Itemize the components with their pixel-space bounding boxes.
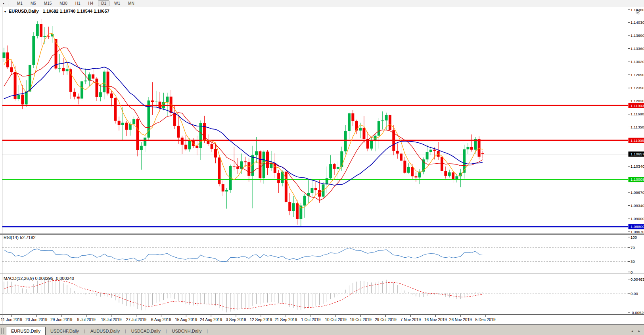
candle-body: [340, 151, 343, 167]
tabbar-grip: [1, 328, 4, 334]
date-label: 24 Aug 2019: [200, 318, 222, 322]
candle-body: [233, 166, 236, 167]
price-tick-label: 1.14360: [631, 8, 644, 12]
price-axis[interactable]: 1.143601.140301.136901.133601.130201.126…: [628, 7, 644, 314]
candle-body: [478, 139, 481, 157]
rsi-line: [4, 248, 483, 262]
macd-scale-label: 0.00: [631, 291, 638, 296]
candle-body: [184, 145, 187, 149]
candle-body: [292, 203, 295, 211]
candle-body: [400, 153, 402, 161]
candle-body: [444, 171, 447, 176]
date-label: 16 Nov 2019: [424, 318, 447, 322]
candle-body: [218, 157, 220, 184]
candle-body: [140, 146, 143, 150]
date-label: 6 Aug 2019: [151, 318, 171, 322]
candle-body: [196, 146, 198, 148]
candle-body: [303, 196, 306, 206]
ma-fast-line: [4, 34, 483, 209]
tab-usdcad[interactable]: USDCAD,Daily: [126, 327, 165, 335]
candle-body: [107, 72, 109, 94]
candle-body: [348, 113, 351, 131]
ma-medium-line: [4, 48, 483, 201]
tab-scroll-left-button[interactable]: ◄: [631, 329, 634, 333]
candle-body: [236, 167, 239, 169]
candle-body: [181, 138, 184, 145]
time-axis[interactable]: 11 Jun 201920 Jun 201929 Jun 20199 Jul 2…: [1, 315, 496, 322]
candle-body: [66, 69, 69, 71]
candle-body: [414, 176, 417, 178]
candle-body: [25, 92, 28, 105]
candle-body: [448, 172, 451, 176]
candle-body: [441, 157, 443, 171]
candle-body: [467, 147, 470, 149]
candle-body: [411, 167, 414, 176]
price-tick-label: 1.09000: [631, 216, 644, 221]
main-chart-panel[interactable]: [2, 19, 628, 227]
candle-body: [314, 188, 317, 190]
candle-body: [429, 150, 432, 152]
rsi-panel[interactable]: 10070300: [2, 235, 637, 274]
candle-body: [481, 153, 484, 154]
candle-body: [470, 147, 473, 150]
candle-body: [381, 121, 384, 121]
candle-body: [151, 101, 154, 102]
macd-header: MACD(12,26,9) 0.000295 -0.000240: [4, 276, 74, 281]
price-tick-label: 1.13690: [631, 33, 644, 38]
candle-body: [370, 141, 373, 149]
tab-usdchf[interactable]: USDCHF,Daily: [46, 327, 84, 335]
chart-title-ohlc: 1.10682 1.10740 1.10544 1.10657: [43, 9, 109, 13]
candle-body: [351, 113, 354, 121]
candle-body: [333, 164, 336, 169]
candle-body: [114, 98, 117, 121]
candle-body: [96, 78, 98, 97]
candle-body: [10, 67, 13, 72]
candle-body: [58, 68, 61, 69]
chart-title-symbol: EURUSD,Daily: [9, 9, 39, 13]
tab-audusd[interactable]: AUDUSD,Daily: [86, 327, 125, 335]
candle-body: [69, 69, 72, 92]
date-label: 29 Oct 2019: [375, 318, 397, 322]
macd-scale-label: -0.00529: [631, 310, 644, 315]
macd-panel[interactable]: 0.004630.00-0.00529: [2, 277, 644, 315]
tab-eurusd[interactable]: EURUSD,Daily: [6, 327, 46, 335]
candle-body: [247, 162, 250, 176]
candle-body: [121, 123, 124, 125]
price-tick-label: 1.13360: [631, 46, 644, 51]
date-label: 1 Oct 2019: [301, 318, 320, 322]
date-label: 9 Jul 2019: [77, 318, 96, 322]
candle-body: [110, 94, 113, 98]
candle-body: [136, 119, 139, 150]
candle-body: [88, 75, 91, 81]
candle-body: [118, 121, 121, 125]
candle-body: [125, 123, 128, 130]
date-label: 26 Nov 2019: [449, 318, 472, 322]
tab-scroll-right-button[interactable]: ►: [638, 329, 641, 333]
chart-title-dropdown-icon[interactable]: ▼: [4, 10, 7, 13]
candle-body: [99, 92, 102, 97]
candle-body: [296, 203, 299, 219]
mt4-window: ▼M1M5M15M30H1H4D1W1MN 1.143601.140301.13…: [0, 0, 644, 335]
candle-body: [452, 172, 454, 180]
date-label: 18 Jul 2019: [101, 318, 122, 322]
candle-body: [463, 149, 466, 173]
candle-body: [129, 124, 132, 130]
tab-scroll-arrows: ◄►: [631, 329, 641, 333]
price-tick-label: 1.13020: [631, 59, 644, 64]
price-tick-label: 1.12020: [631, 99, 644, 103]
candle-body: [403, 161, 406, 173]
candle-body: [307, 193, 310, 196]
candle-body: [80, 81, 83, 98]
candle-body: [310, 188, 313, 193]
chart-tabs-bar: EURUSD,DailyUSDCHF,Daily|AUDUSD,Daily|US…: [0, 324, 644, 335]
chart-canvas[interactable]: 1.143601.140301.136901.133601.130201.126…: [0, 0, 644, 335]
macd-scale-label: 0.00463: [631, 277, 644, 281]
tab-usdcnh[interactable]: USDCNH,Daily: [167, 327, 207, 335]
candle-body: [166, 97, 169, 102]
candle-body: [92, 75, 94, 79]
candle-body: [211, 144, 213, 149]
rsi-scale-label: 0: [631, 270, 633, 274]
rsi-scale-label: 30: [631, 259, 635, 264]
rsi-header: RSI(14) 52.7182: [4, 235, 36, 240]
candle-body: [17, 95, 20, 99]
